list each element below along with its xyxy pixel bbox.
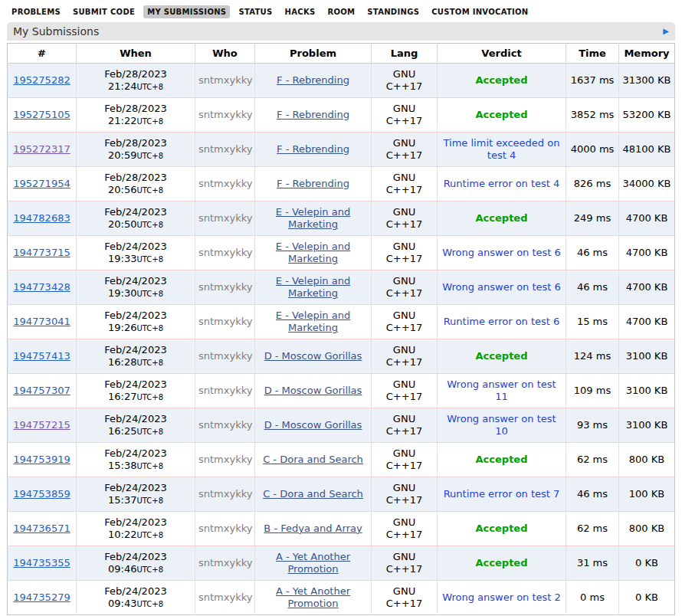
submission-id-link[interactable]: 195275282	[13, 74, 70, 86]
submission-id-link[interactable]: 194782683	[13, 212, 70, 224]
memory-cell: 3100 KB	[619, 339, 675, 374]
submission-id-link[interactable]: 194735279	[13, 591, 70, 603]
problem-link[interactable]: B - Fedya and Array	[264, 523, 362, 534]
problem-link[interactable]: E - Velepin and Marketing	[276, 275, 350, 299]
problem-cell: D - Moscow Gorillas	[255, 408, 372, 443]
username-link[interactable]: sntmxykky	[198, 316, 252, 327]
username-link[interactable]: sntmxykky	[198, 419, 252, 431]
username-link[interactable]: sntmxykky	[198, 212, 252, 224]
problem-link[interactable]: F - Rebrending	[277, 143, 349, 155]
problem-link[interactable]: E - Velepin and Marketing	[276, 241, 350, 264]
nav-item-standings[interactable]: STANDINGS	[363, 5, 423, 18]
when-timezone: UTC+8	[136, 83, 163, 91]
when-time: 15:37UTC+8	[80, 494, 192, 507]
time-cell: 46 ms	[566, 270, 619, 305]
when-date: Feb/24/2023	[80, 378, 192, 391]
username-link[interactable]: sntmxykky	[198, 74, 252, 86]
problem-link[interactable]: E - Velepin and Marketing	[276, 310, 350, 333]
when-time: 09:46UTC+8	[80, 563, 192, 576]
verdict-text: Time limit exceeded on test 4	[444, 137, 560, 161]
problem-cell: D - Moscow Gorillas	[255, 339, 372, 374]
nav-item-hacks[interactable]: HACKS	[281, 5, 320, 18]
problem-link[interactable]: F - Rebrending	[277, 178, 349, 189]
username-link[interactable]: sntmxykky	[198, 350, 252, 362]
nav-item-my-submissions[interactable]: MY SUBMISSIONS	[143, 5, 230, 18]
submission-id-link[interactable]: 194757413	[13, 350, 70, 362]
username-link[interactable]: sntmxykky	[198, 488, 252, 500]
username-link[interactable]: sntmxykky	[198, 178, 252, 189]
verdict-text: Runtime error on test 6	[444, 316, 560, 327]
submission-id-link[interactable]: 195271954	[13, 178, 70, 189]
lang-label: GNU C++17	[385, 378, 425, 404]
problem-link[interactable]: D - Moscow Gorillas	[264, 350, 362, 362]
submission-id-link[interactable]: 194753859	[13, 488, 70, 500]
problem-link[interactable]: E - Velepin and Marketing	[276, 206, 350, 230]
submission-id-link[interactable]: 194773715	[13, 247, 70, 258]
who-cell: sntmxykky	[195, 133, 255, 167]
lang-label: GNU C++17	[385, 206, 425, 231]
when-date: Feb/24/2023	[80, 241, 192, 253]
who-cell: sntmxykky	[195, 374, 255, 408]
problem-cell: F - Rebrending	[255, 64, 372, 98]
contest-nav: PROBLEMSSUBMIT CODEMY SUBMISSIONSSTATUSH…	[0, 0, 682, 22]
when-timezone: UTC+8	[136, 152, 163, 160]
verdict-text: Accepted	[476, 454, 528, 465]
problem-link[interactable]: A - Yet Another Promotion	[276, 585, 350, 609]
submission-row: 194757215Feb/24/202316:25UTC+8sntmxykkyD…	[8, 408, 675, 443]
nav-item-submit-code[interactable]: SUBMIT CODE	[69, 5, 139, 18]
username-link[interactable]: sntmxykky	[198, 523, 252, 534]
problem-cell: E - Velepin and Marketing	[255, 202, 372, 236]
username-link[interactable]: sntmxykky	[198, 247, 252, 258]
verdict-text: Runtime error on test 7	[444, 488, 560, 500]
problem-link[interactable]: F - Rebrending	[277, 74, 349, 86]
submission-id-link[interactable]: 194757215	[13, 419, 70, 431]
when-cell: Feb/28/202321:24UTC+8	[77, 64, 195, 98]
submission-id-link[interactable]: 194773428	[13, 281, 70, 293]
username-link[interactable]: sntmxykky	[198, 454, 252, 465]
username-link[interactable]: sntmxykky	[198, 591, 252, 603]
submission-id-link[interactable]: 195272317	[13, 143, 70, 155]
submission-id-link[interactable]: 194735355	[13, 557, 70, 568]
who-cell: sntmxykky	[195, 512, 255, 546]
problem-link[interactable]: C - Dora and Search	[263, 488, 363, 500]
username-link[interactable]: sntmxykky	[198, 281, 252, 293]
submission-id-link[interactable]: 194757307	[13, 385, 70, 396]
username-link[interactable]: sntmxykky	[198, 143, 252, 155]
submission-id-link[interactable]: 194773041	[13, 316, 70, 327]
verdict-text: Wrong answer on test 11	[447, 378, 556, 402]
problem-link[interactable]: D - Moscow Gorillas	[264, 419, 362, 431]
lang-cell: GNU C++17	[372, 546, 438, 581]
problem-link[interactable]: F - Rebrending	[277, 109, 349, 120]
problem-link[interactable]: D - Moscow Gorillas	[264, 385, 362, 396]
nav-item-status[interactable]: STATUS	[234, 5, 276, 18]
problem-link[interactable]: C - Dora and Search	[263, 454, 363, 465]
lang-label: GNU C++17	[385, 68, 425, 93]
lang-label: GNU C++17	[385, 275, 425, 300]
submission-id-link[interactable]: 195275105	[13, 109, 70, 120]
when-date: Feb/28/2023	[80, 103, 192, 115]
problem-link[interactable]: A - Yet Another Promotion	[276, 551, 350, 575]
submission-row: 194735279Feb/24/202309:43UTC+8sntmxykkyA…	[8, 581, 675, 615]
nav-item-room[interactable]: ROOM	[323, 5, 359, 18]
when-date: Feb/28/2023	[80, 68, 192, 80]
memory-cell: 4700 KB	[619, 270, 675, 305]
submission-id-cell: 194757215	[8, 408, 77, 443]
when-date: Feb/28/2023	[80, 137, 192, 149]
username-link[interactable]: sntmxykky	[198, 557, 252, 568]
nav-item-custom-invocation[interactable]: CUSTOM INVOCATION	[428, 5, 532, 18]
verdict-cell: Accepted	[438, 339, 566, 374]
submission-id-link[interactable]: 194753919	[13, 454, 70, 465]
nav-item-problems[interactable]: PROBLEMS	[8, 5, 64, 18]
problem-cell: A - Yet Another Promotion	[255, 546, 372, 581]
username-link[interactable]: sntmxykky	[198, 385, 252, 396]
who-cell: sntmxykky	[195, 270, 255, 305]
username-link[interactable]: sntmxykky	[198, 109, 252, 120]
when-cell: Feb/24/202309:46UTC+8	[77, 546, 195, 581]
submission-id-link[interactable]: 194736571	[13, 523, 70, 534]
column-header-when: When	[77, 44, 195, 64]
lang-label: GNU C++17	[385, 447, 425, 473]
problem-cell: F - Rebrending	[255, 167, 372, 202]
expand-arrow-icon[interactable]: ▶	[663, 28, 669, 35]
when-timezone: UTC+8	[136, 221, 163, 229]
time-cell: 31 ms	[566, 546, 619, 581]
